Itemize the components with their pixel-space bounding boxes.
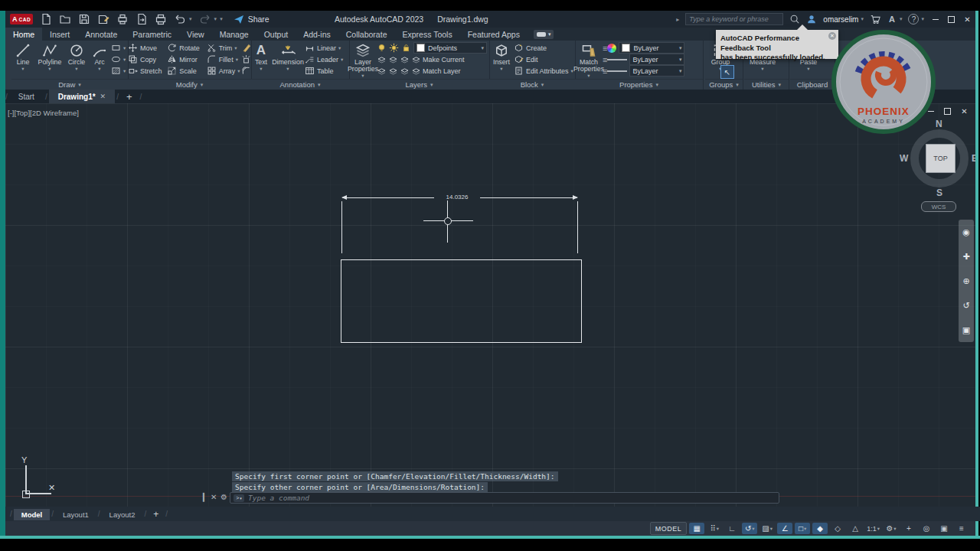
panel-label-annotation[interactable]: Annotation▾ [251,79,349,90]
layout-tab-layout2[interactable]: Layout2 [102,509,143,520]
layer-small-icon[interactable] [400,67,409,76]
wcs-dropdown[interactable]: WCS [921,201,956,212]
nav-orbit-icon[interactable]: ↺ [962,301,969,311]
otrack-icon[interactable]: ∠ [777,523,792,534]
ribbon-tab-insert[interactable]: Insert [42,28,77,41]
app-store-cart-icon[interactable] [870,14,880,24]
block-create-button[interactable]: Create [514,42,573,54]
match-properties-button[interactable]: Match Properties▾ [575,41,603,79]
user-avatar-icon[interactable] [806,14,817,24]
panel-label-block[interactable]: Block▾ [489,79,575,90]
ribbon-tab-add-ins[interactable]: Add-ins [296,28,338,41]
layout-tab-layout1[interactable]: Layout1 [55,509,96,520]
acad-logo[interactable]: ACAD [10,14,33,24]
osnap-icon[interactable]: □▾ [795,523,810,534]
explode-icon[interactable] [241,54,251,65]
viewport-controls-label[interactable]: [-][Top][2D Wireframe] [8,109,79,117]
layer-small-icon[interactable] [411,67,420,76]
redo-caret[interactable]: ▾ [214,16,217,22]
nav-zoom-icon[interactable]: ⊕ [962,276,969,286]
layer-properties-button[interactable]: Layer Properties▾ [349,41,377,79]
snap-icon[interactable]: ⠿▾ [707,523,722,534]
grid-icon[interactable]: ▦ [689,523,704,534]
search-expand-caret[interactable]: ▸ [676,16,679,23]
help-caret[interactable]: ▾ [921,16,924,22]
save-as-icon[interactable] [97,13,109,25]
ribbon-tab-featured-apps[interactable]: Featured Apps [460,28,528,41]
gear-icon[interactable]: ⚙▾ [884,523,899,534]
lineweight-dropdown[interactable]: ByLayer▾ [629,54,684,65]
username[interactable]: omarselim [823,15,858,24]
help-icon[interactable]: ? [908,14,919,24]
command-customize-icon[interactable]: ⚙ [220,493,227,501]
minimize-button[interactable] [930,15,940,24]
panel-label-properties[interactable]: Properties▾ [575,79,703,90]
new-layout-button[interactable]: + [148,509,164,520]
layout-tab-model[interactable]: Model [14,509,50,520]
workspace-switcher[interactable]: ▾ [534,30,554,39]
modify-trim-button[interactable]: Trim▾ [207,42,241,54]
command-input-placeholder[interactable]: Type a command [248,494,309,502]
block-insert-button[interactable]: Insert▾ [489,41,514,79]
plot-icon[interactable] [116,13,129,25]
color-wheel-icon[interactable] [607,44,616,53]
annotation-text-button[interactable]: AText▾ [251,41,271,79]
nav-pan-icon[interactable]: ✚ [962,252,969,262]
modify-array-button[interactable]: Array▾ [207,65,241,77]
navigation-bar[interactable]: ◉ ✚ ⊕ ↺ ▣ [959,220,974,342]
close-button[interactable]: ✕ [962,15,972,24]
search-icon[interactable] [789,14,800,24]
modify-stretch-button[interactable]: Stretch [128,65,167,77]
modify-rotate-button[interactable]: Rotate [167,42,206,54]
annotation-table-button[interactable]: Table [305,65,343,77]
file-tab-drawing1-[interactable]: Drawing1*✕ [49,90,115,103]
ortho-icon[interactable]: ∟ [724,523,740,534]
ellipse-tool-icon[interactable]: ▾ [111,54,126,65]
new-file-icon[interactable] [40,13,52,25]
isodraft-icon[interactable]: ▨▾ [760,523,775,534]
autodesk-a-icon[interactable]: A [887,14,897,24]
file-tab-start[interactable]: Start [9,90,44,103]
command-input-bar[interactable]: >▾ Type a command [230,492,779,504]
open-web-icon[interactable] [136,13,148,25]
command-close-icon[interactable]: ✕ [211,493,217,501]
panel-label-groups[interactable]: Groups▾ [705,79,743,90]
autodesk-caret[interactable]: ▾ [900,16,903,22]
modify-copy-button[interactable]: Copy [128,54,167,65]
share-button[interactable]: Share [233,13,270,25]
open-file-icon[interactable] [59,13,71,25]
layer-small-icon[interactable] [400,55,409,64]
undo-icon[interactable] [174,13,186,25]
ribbon-tab-parametric[interactable]: Parametric [125,28,179,41]
print-icon[interactable] [155,13,167,25]
panel-label-modify[interactable]: Modify▾ [128,79,251,90]
selection-tool-highlighted[interactable]: ↖ [720,65,734,79]
command-palette-grip[interactable]: ▎ [203,493,209,501]
block-edit-attributes-button[interactable]: Edit Attributes▾ [514,65,573,77]
drawing-canvas[interactable]: [-][Top][2D Wireframe] ✕ 14.0326 N W E S… [5,103,975,507]
ribbon-tab-express-tools[interactable]: Express Tools [394,28,459,41]
bulb-icon[interactable] [377,43,387,53]
nav-wheel-icon[interactable]: ◉ [962,227,970,237]
save-icon[interactable] [78,13,90,25]
ribbon-tab-annotate[interactable]: Annotate [77,28,125,41]
annot-scale-icon[interactable]: △ [848,523,863,534]
command-prompt-icon[interactable]: >▾ [234,494,244,502]
draw-line-button[interactable]: Line▾ [11,41,34,79]
ribbon-tab-manage[interactable]: Manage [212,28,256,41]
doc-close-button[interactable]: ✕ [959,106,969,116]
panel-label-clipboard[interactable]: Clipboard [790,79,835,90]
erase-icon[interactable] [241,42,251,54]
modify-scale-button[interactable]: Scale [167,65,206,77]
annot-visibility-icon[interactable]: ◆ [812,523,828,534]
match-layer-button[interactable]: Match Layer [423,67,461,75]
annotation-leader-button[interactable]: Leader▾ [305,54,343,65]
layer-small-icon[interactable] [377,67,386,76]
rectangle-tool-icon[interactable]: ▾ [111,42,126,54]
panel-label-utilities[interactable]: Utilities▾ [744,79,789,90]
close-icon[interactable]: ✕ [100,93,106,100]
polar-icon[interactable]: ↺▾ [742,523,757,534]
doc-restore-button[interactable] [942,106,952,116]
ribbon-tab-home[interactable]: Home [5,28,42,41]
layer-small-icon[interactable] [377,55,386,64]
